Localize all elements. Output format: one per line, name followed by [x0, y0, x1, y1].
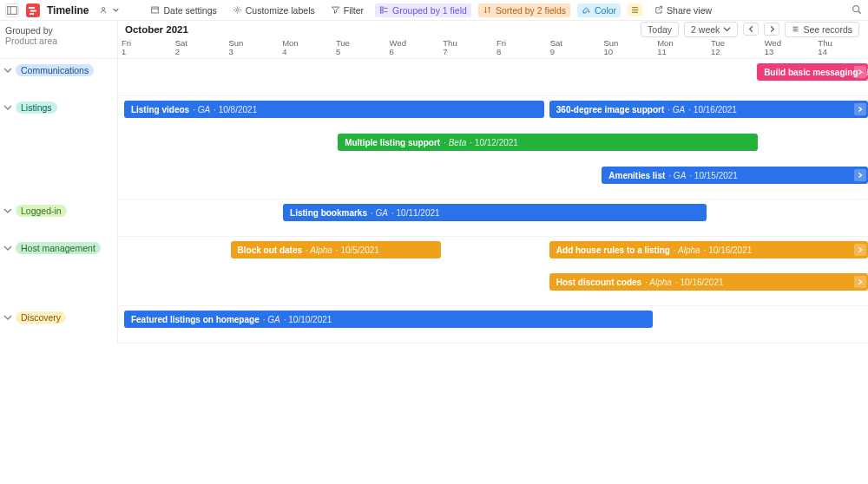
- bar-stage: · Alpha: [674, 245, 700, 255]
- filter-icon: [331, 5, 340, 15]
- filter-button[interactable]: Filter: [326, 3, 368, 17]
- day-header-cell: Thu14: [814, 38, 868, 58]
- day-header-cell: Mon4: [279, 38, 332, 58]
- sidebar-toggle-button[interactable]: [5, 3, 19, 17]
- month-label: October 2021: [125, 24, 188, 35]
- group-header[interactable]: Host management: [0, 237, 117, 259]
- view-title: Timeline: [47, 4, 89, 16]
- timeline-bar[interactable]: Host discount codes · Alpha · 10/16/2021: [549, 273, 868, 291]
- color-button[interactable]: Color: [577, 3, 621, 17]
- bar-stage: · GA: [193, 105, 210, 114]
- svg-rect-2: [29, 7, 35, 9]
- list-icon: [792, 25, 799, 33]
- row-height-icon: [630, 5, 640, 15]
- groupby-label: Grouped by: [5, 25, 112, 36]
- timeline-bar[interactable]: Amenities list · GA · 10/15/2021: [602, 167, 868, 184]
- people-button[interactable]: [95, 3, 123, 16]
- svg-rect-3: [30, 10, 36, 11]
- bar-stage: · Alpha: [645, 278, 672, 287]
- search-button[interactable]: [851, 3, 863, 17]
- row-height-button[interactable]: [628, 3, 642, 16]
- sort-icon: [483, 5, 492, 15]
- today-button[interactable]: Today: [641, 22, 679, 37]
- bar-label: Listing videos: [131, 105, 189, 114]
- bar-stage: · GA: [263, 315, 280, 324]
- customize-labels-button[interactable]: Customize labels: [228, 3, 319, 17]
- timeline-bar[interactable]: Build basic messaging · Dogfood · 10/17/…: [757, 63, 868, 81]
- group-button[interactable]: Grouped by 1 field: [375, 3, 471, 17]
- timeline-bar[interactable]: Add house rules to a listing · Alpha · 1…: [549, 241, 868, 258]
- bar-date: · 10/16/2021: [675, 278, 724, 287]
- chevron-down-icon: [3, 66, 12, 75]
- see-records-button[interactable]: See records: [785, 22, 859, 37]
- timeline-bar[interactable]: Block out dates · Alpha · 10/5/2021: [231, 241, 441, 258]
- bar-label: Block out dates: [238, 245, 302, 255]
- bar-overflow-icon: [854, 244, 866, 256]
- paint-icon: [582, 5, 591, 15]
- group-column: Communications Listings Logged-in Host m…: [0, 59, 118, 343]
- next-button[interactable]: [764, 23, 779, 36]
- svg-rect-10: [380, 10, 383, 13]
- svg-rect-6: [152, 7, 159, 13]
- bar-overflow-icon: [854, 169, 866, 181]
- sub-header: Grouped by Product area October 2021 Tod…: [0, 21, 868, 59]
- see-records-label: See records: [803, 24, 852, 35]
- share-view-button[interactable]: Share view: [649, 3, 716, 17]
- bar-label: Multiple listing support: [345, 138, 440, 147]
- group-header[interactable]: Logged-in: [0, 199, 117, 222]
- group-header[interactable]: Listings: [0, 96, 117, 119]
- bar-date: · 10/15/2021: [689, 171, 738, 180]
- svg-point-17: [853, 5, 859, 11]
- timeline-body: Communications Listings Logged-in Host m…: [0, 59, 868, 343]
- chevron-left-icon: [747, 25, 755, 33]
- day-header-row: Fri1Sat2Sun3Mon4Tue5Wed6Thu7Fri8Sat9Sun1…: [118, 38, 868, 58]
- bar-label: Host discount codes: [556, 278, 641, 287]
- bar-label: Listing bookmarks: [290, 208, 367, 218]
- bar-label: Featured listings on homepage: [131, 315, 260, 324]
- svg-rect-9: [380, 7, 383, 10]
- bar-stage: · Alpha: [306, 245, 332, 255]
- timeline-bar[interactable]: Listing bookmarks · GA · 10/11/2021: [283, 204, 707, 221]
- range-label: 2 week: [691, 24, 720, 35]
- bar-date: · 10/12/2021: [470, 138, 518, 147]
- bar-overflow-icon: [854, 276, 866, 288]
- group-header[interactable]: Discovery: [0, 306, 117, 329]
- timeline-bar[interactable]: Listing videos · GA · 10/8/2021: [124, 101, 544, 118]
- day-header-cell: Tue12: [707, 38, 761, 58]
- svg-point-5: [102, 8, 105, 10]
- date-settings-button[interactable]: Date settings: [146, 3, 220, 17]
- timeline-bar[interactable]: Multiple listing support · Beta · 10/12/…: [338, 134, 758, 151]
- date-settings-label: Date settings: [163, 5, 216, 16]
- day-header-cell: Sat2: [172, 38, 226, 58]
- day-header-cell: Sat9: [547, 38, 601, 58]
- bar-date: · 10/16/2021: [688, 105, 737, 114]
- group-header[interactable]: Communications: [0, 59, 117, 82]
- group-pill: Host management: [16, 242, 101, 254]
- gear-icon: [233, 5, 242, 15]
- day-header-cell: Wed6: [386, 38, 440, 58]
- bar-label: Amenities list: [608, 171, 665, 180]
- prev-button[interactable]: [743, 23, 759, 36]
- chevron-down-icon: [3, 244, 12, 252]
- svg-point-8: [236, 9, 239, 11]
- day-header-cell: Wed13: [761, 38, 815, 58]
- calendar-icon: [150, 5, 160, 15]
- chevron-down-icon: [3, 313, 12, 322]
- svg-rect-4: [30, 13, 34, 15]
- chevron-down-icon: [723, 25, 731, 33]
- timeline-bar[interactable]: Featured listings on homepage · GA · 10/…: [124, 311, 653, 328]
- timeline-grid[interactable]: Build basic messaging · Dogfood · 10/17/…: [118, 59, 868, 343]
- day-header-cell: Sun10: [600, 38, 654, 58]
- range-select[interactable]: 2 week: [684, 22, 738, 37]
- chevron-down-icon: [3, 206, 12, 215]
- sort-button[interactable]: Sorted by 2 fields: [478, 3, 570, 17]
- share-label: Share view: [667, 5, 712, 16]
- group-label: Grouped by 1 field: [392, 5, 467, 16]
- customize-labels-label: Customize labels: [246, 5, 315, 16]
- chevron-down-icon: [3, 103, 12, 112]
- group-pill: Listings: [16, 101, 57, 114]
- top-toolbar: Timeline Date settings Customize labels …: [0, 0, 868, 21]
- bar-overflow-icon: [854, 103, 866, 115]
- search-icon: [851, 3, 863, 16]
- timeline-bar[interactable]: 360-degree image support · GA · 10/16/20…: [549, 101, 868, 118]
